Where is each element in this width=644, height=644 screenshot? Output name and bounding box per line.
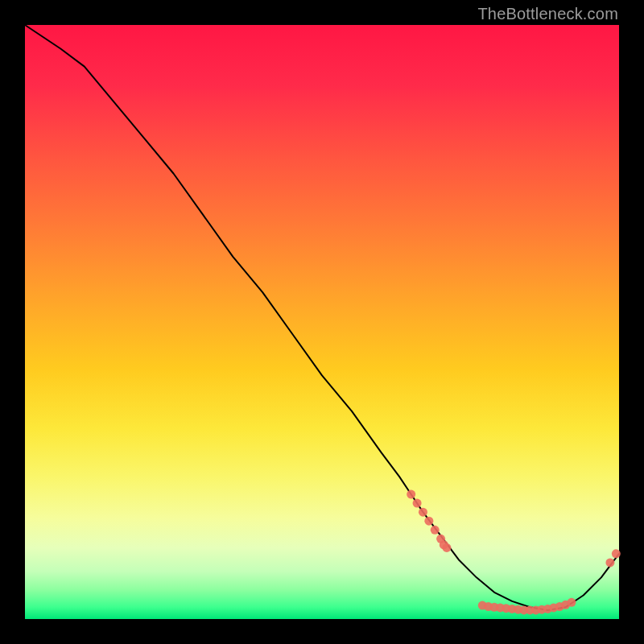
data-point [612,549,621,558]
curve-line [25,25,619,610]
data-point [407,490,415,499]
data-point [424,517,433,526]
data-point [605,558,614,567]
data-point [431,526,440,535]
data-point [442,543,451,552]
chart-layer [25,25,621,614]
data-point [419,508,427,517]
data-point [567,598,576,607]
chart-svg [25,25,619,619]
chart-frame: TheBottleneck.com [0,0,644,644]
watermark-text: TheBottleneck.com [477,5,618,23]
data-point [413,499,422,508]
